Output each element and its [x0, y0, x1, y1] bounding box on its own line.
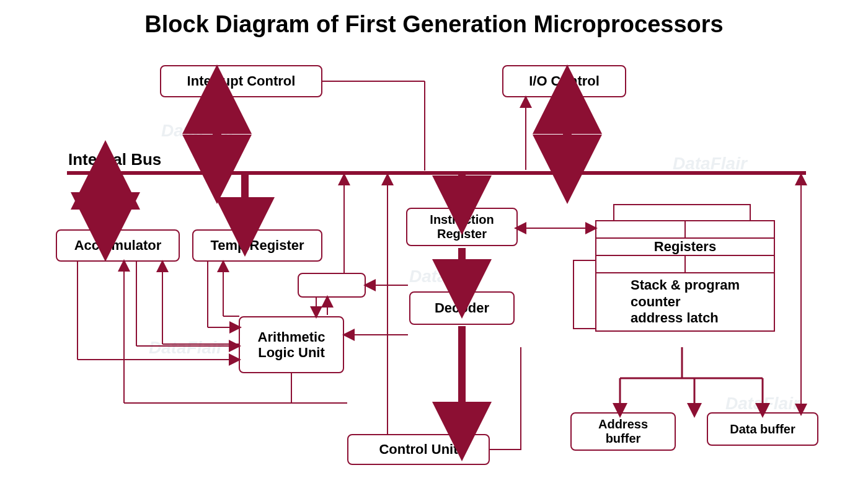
block-register-file: Registers Stack & programcounteraddress …	[595, 220, 775, 332]
watermark: DataFlair	[149, 338, 223, 358]
watermark: DataFlair	[725, 394, 800, 414]
block-alu: ArithmeticLogic Unit	[239, 316, 344, 373]
block-data-buffer: Data buffer	[707, 412, 818, 446]
page-title: Block Diagram of First Generation Microp…	[0, 11, 868, 38]
block-interrupt-control: Interrupt Control	[160, 65, 322, 97]
label-registers: Registers	[596, 239, 774, 256]
watermark: DataFlair	[161, 121, 236, 141]
internal-bus	[67, 171, 806, 175]
block-control-unit: Control Unit	[347, 434, 490, 465]
block-io-control: I/O Control	[502, 65, 626, 97]
bus-label: Internal Bus	[68, 150, 161, 169]
block-decoder: Decoder	[409, 291, 515, 325]
block-instruction-register: InstructionRegister	[406, 208, 518, 246]
block-address-buffer: Addressbuffer	[570, 412, 676, 451]
block-flag-register	[298, 273, 366, 298]
watermark: DataFlair	[409, 267, 484, 286]
block-accumulator: Acculmulator	[56, 229, 180, 262]
block-temp-register: Temp.Register	[192, 229, 322, 262]
label-stack-pc-latch: Stack & programcounteraddress latch	[596, 273, 774, 330]
